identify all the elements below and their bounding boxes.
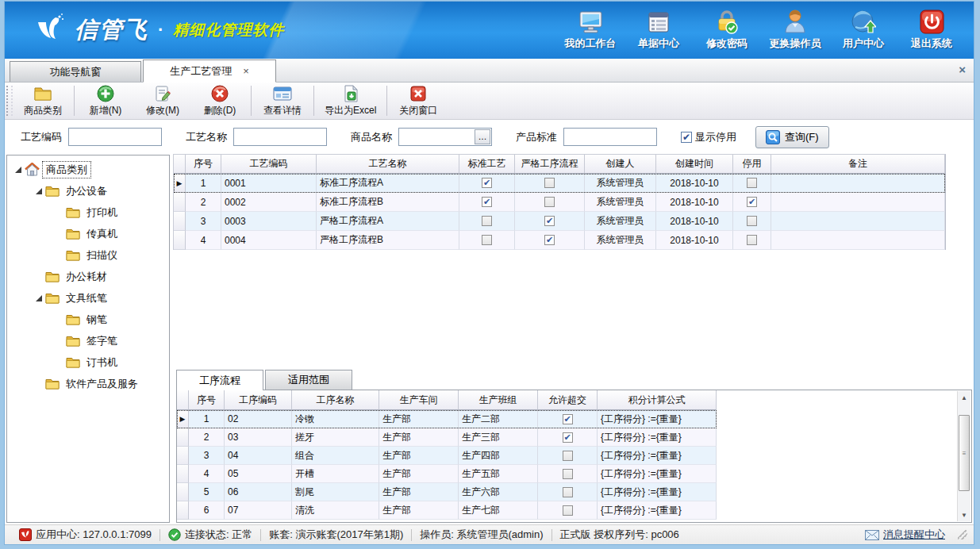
cell-checkbox[interactable]: ✔ [459, 193, 515, 212]
cell-checkbox[interactable]: ✔ [515, 212, 585, 231]
column-header[interactable]: 积分计算公式 [598, 390, 717, 410]
table-row[interactable]: 405开槽生产部生产五部{工序得分} :={重量} [177, 465, 717, 483]
table-row[interactable]: 40004严格工序流程B✔系统管理员2018-10-10 [174, 231, 945, 250]
tree-item[interactable]: 办公设备 [7, 180, 169, 202]
column-header[interactable]: 标准工艺 [459, 155, 515, 174]
table-row[interactable]: 506割尾生产部生产六部{工序得分} :={重量} [177, 483, 717, 501]
detail-tab-scope[interactable]: 适用范围 [265, 370, 352, 390]
cell-checkbox[interactable]: ✔ [538, 410, 598, 428]
tab-close-icon[interactable]: × [243, 65, 249, 77]
cell-checkbox[interactable] [733, 212, 771, 231]
nav-user-center[interactable]: 用户中心 [832, 6, 894, 56]
toolbar-button-delete[interactable]: 删除(D) [191, 83, 248, 119]
cell-checkbox[interactable]: ✔ [733, 193, 771, 212]
column-header[interactable]: 创建时间 [656, 155, 733, 174]
folder-icon [66, 356, 83, 368]
tree-item[interactable]: 商品类别 [7, 159, 169, 180]
tree-expand-icon[interactable] [33, 294, 45, 302]
column-header[interactable]: 生产车间 [379, 390, 459, 410]
toolbar-button-category[interactable]: 商品类别 [14, 83, 71, 119]
vertical-scrollbar[interactable]: ▲ ≡ ▼ [957, 391, 970, 521]
tree-item[interactable]: 钢笔 [7, 309, 169, 330]
column-header[interactable]: 严格工序流程 [515, 155, 585, 174]
detail-icon [273, 85, 292, 102]
tree-item[interactable]: 办公耗材 [7, 266, 169, 287]
table-cell: 0001 [221, 174, 317, 193]
toolbar-grip[interactable] [6, 86, 13, 116]
tree-item[interactable]: 文具纸笔 [7, 287, 169, 309]
column-header[interactable]: 工序编码 [225, 390, 292, 410]
tree-item[interactable]: 签字笔 [7, 330, 169, 351]
nav-documents[interactable]: 单据中心 [628, 6, 690, 56]
detail-tab-steps[interactable]: 工序流程 [176, 370, 263, 390]
table-cell [771, 193, 945, 212]
column-header[interactable]: 序号 [189, 390, 225, 410]
status-item[interactable]: 消息提醒中心 [857, 528, 953, 542]
toolbar-button-detail[interactable]: 查看详情 [254, 83, 311, 119]
nav-exit[interactable]: 退出系统 [901, 6, 963, 56]
scroll-down-icon[interactable]: ▼ [958, 509, 970, 521]
filter-input[interactable] [69, 129, 161, 145]
cell-checkbox[interactable]: ✔ [459, 174, 515, 193]
scroll-thumb[interactable]: ≡ [959, 415, 970, 491]
column-header[interactable]: 工艺名称 [317, 155, 459, 174]
filter-input[interactable] [399, 129, 475, 145]
column-header[interactable]: 工艺编码 [221, 155, 317, 174]
cell-checkbox[interactable] [538, 465, 598, 483]
tree-expand-icon[interactable] [33, 187, 45, 195]
cell-checkbox[interactable] [515, 193, 585, 212]
show-disabled-checkbox[interactable]: ✔显示停用 [681, 130, 736, 144]
cell-checkbox[interactable] [733, 231, 771, 250]
column-header[interactable]: 创建人 [585, 155, 656, 174]
cell-checkbox[interactable] [538, 483, 598, 501]
table-row[interactable]: 607清洗生产部生产七部{工序得分} :={重量} [177, 501, 717, 520]
tabstrip-close-icon[interactable]: × [959, 63, 966, 76]
table-row[interactable]: 304组合生产部生产四部{工序得分} :={重量} [177, 447, 717, 465]
filter-input[interactable] [564, 129, 656, 145]
grid-header-row: 序号工艺编码工艺名称标准工艺严格工序流程创建人创建时间停用备注 [174, 155, 945, 174]
tree-item[interactable]: 软件产品及服务 [7, 373, 169, 394]
table-row[interactable]: ▶10001标准工序流程A✔系统管理员2018-10-10 [174, 174, 945, 193]
table-row[interactable]: 30003严格工序流程A✔系统管理员2018-10-10 [174, 212, 945, 231]
filter-input[interactable] [234, 129, 326, 145]
nav-password[interactable]: 修改密码 [696, 6, 758, 56]
column-header[interactable]: 允许超交 [538, 390, 598, 410]
column-header[interactable]: 备注 [771, 155, 945, 174]
brand-mark-icon [32, 11, 67, 49]
nav-workbench[interactable]: 我的工作台 [559, 6, 621, 56]
cell-checkbox[interactable] [515, 174, 585, 193]
cell-checkbox[interactable] [459, 212, 515, 231]
table-row[interactable]: 20002标准工序流程B✔系统管理员2018-10-10✔ [174, 193, 945, 212]
tree-item[interactable]: 扫描仪 [7, 244, 169, 266]
resize-grip[interactable] [958, 530, 967, 539]
tab-nav-window[interactable]: 功能导航窗 [10, 61, 141, 82]
column-header[interactable]: 序号 [186, 155, 221, 174]
table-row[interactable]: 203搓牙生产部生产三部✔{工序得分} :={重量} [177, 428, 717, 447]
toolbar-button-add[interactable]: 新增(N) [77, 83, 134, 119]
tree-item[interactable]: 传真机 [7, 223, 169, 244]
scroll-up-icon[interactable]: ▲ [958, 391, 970, 404]
cell-checkbox[interactable] [733, 174, 771, 193]
cell-checkbox[interactable]: ✔ [515, 231, 585, 250]
cell-checkbox[interactable]: ✔ [538, 428, 598, 447]
tree-expand-icon[interactable] [12, 166, 25, 174]
tree-item[interactable]: 打印机 [7, 202, 169, 223]
lookup-ellipsis-button[interactable]: … [475, 129, 490, 144]
scroll-track[interactable]: ≡ [958, 404, 970, 509]
cell-checkbox[interactable] [538, 501, 598, 520]
toolbar-button-edit[interactable]: 修改(M) [134, 83, 191, 119]
toolbar-button-excel[interactable]: 导出为Excel [317, 83, 384, 119]
cell-checkbox[interactable] [538, 447, 598, 465]
column-header[interactable]: 工序名称 [292, 390, 379, 410]
toolbar-button-close-window[interactable]: 关闭窗口 [390, 83, 447, 119]
column-header[interactable]: 停用 [733, 155, 771, 174]
nav-operator[interactable]: 更换操作员 [764, 6, 826, 56]
tab-process-management[interactable]: 生产工艺管理× [143, 60, 276, 83]
table-row[interactable]: ▶102冷镦生产部生产二部✔{工序得分} :={重量} [177, 410, 717, 428]
tree-item[interactable]: 订书机 [7, 351, 169, 373]
toolbar-button-label: 删除(D) [204, 104, 236, 117]
column-header[interactable]: 生产班组 [459, 390, 538, 410]
table-cell [771, 212, 945, 231]
cell-checkbox[interactable] [459, 231, 515, 250]
query-button[interactable]: 查询(F) [755, 126, 829, 148]
